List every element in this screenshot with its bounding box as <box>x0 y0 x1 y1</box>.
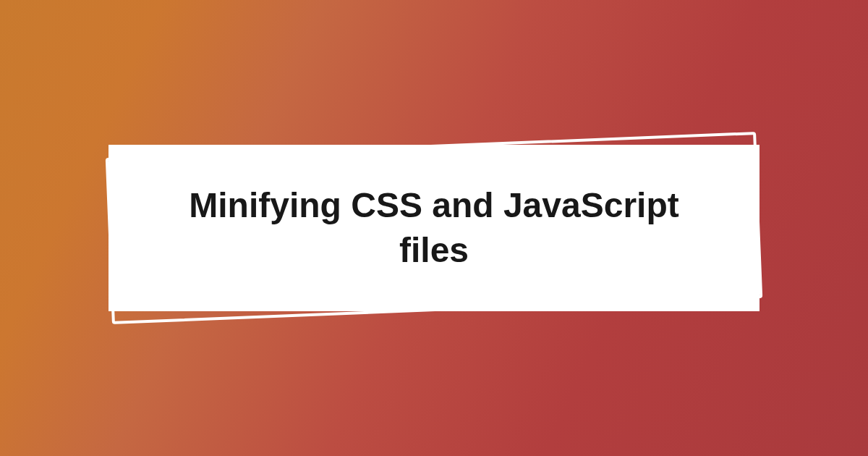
title-box: Minifying CSS and JavaScript files <box>109 145 760 311</box>
title-card-container: Minifying CSS and JavaScript files <box>109 145 760 311</box>
page-title: Minifying CSS and JavaScript files <box>109 183 760 274</box>
